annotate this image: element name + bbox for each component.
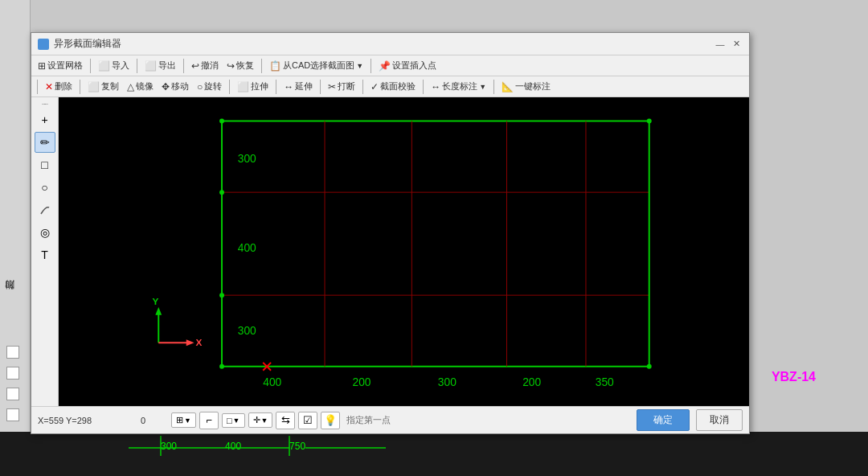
light-icon: 💡 (324, 414, 337, 426)
close-button[interactable]: ✕ (730, 38, 743, 51)
side-checkbox-3[interactable] (6, 388, 19, 400)
rect-tool-button[interactable]: □ (35, 154, 55, 175)
cancel-button[interactable]: 取消 (696, 409, 743, 431)
one-key-dim-button[interactable]: 📐 一键标注 (498, 79, 554, 94)
ybz-label: YBZ-14 (772, 370, 816, 384)
svg-text:300: 300 (238, 325, 256, 337)
snap-line-button[interactable]: ⌐ (199, 412, 219, 429)
cross-button[interactable]: ✛ ▼ (248, 412, 273, 428)
add-tool-button[interactable]: + (35, 109, 55, 130)
svg-point-21 (647, 364, 652, 369)
side-checkbox-2[interactable] (6, 367, 19, 380)
toolbar2-sep1 (80, 80, 80, 94)
canvas-area[interactable]: Y X 300 400 300 400 200 300 (59, 97, 749, 406)
circle-tool-button[interactable]: ○ (35, 177, 55, 198)
cad-icon: 📋 (269, 60, 281, 72)
dialog-title: 异形截面编辑器 (54, 37, 121, 51)
grid-snap-icon: ⊞ (176, 415, 183, 425)
stretch-icon: ⬜ (237, 81, 249, 92)
insert-icon: 📌 (379, 60, 391, 72)
checkbox-snap-button[interactable]: ☑ (298, 412, 317, 429)
delete-button[interactable]: ✕ 删除 (42, 79, 76, 94)
mirror-button[interactable]: △ 镜像 (124, 79, 157, 94)
check-icon: ✓ (371, 81, 379, 92)
extend-button[interactable]: ↔ 延伸 (280, 79, 316, 94)
grid-snap-button[interactable]: ⊞ ▼ (171, 412, 196, 428)
tool-panel: ······ + ✏ □ ○ ◎ T (31, 97, 59, 406)
status-tools: ⊞ ▼ ⌐ □ ▼ ✛ ▼ ⇆ ☑ 💡 (171, 412, 340, 429)
mirror-snap-icon: ⇆ (281, 414, 290, 426)
toolbar2-sep6 (423, 80, 424, 94)
move-button[interactable]: ✥ 移动 (158, 79, 192, 94)
title-bar: 异形截面编辑器 — ✕ (31, 33, 749, 55)
arc-tool-button[interactable] (35, 199, 55, 220)
toolbar1-sep1 (90, 59, 91, 73)
tool-dots: ······ (42, 101, 47, 108)
rotate-icon: ○ (197, 81, 203, 92)
extend-icon: ↔ (284, 81, 293, 92)
toolbar2-sep3 (276, 80, 276, 94)
mirror-icon: △ (127, 81, 134, 92)
length-icon: ↔ (431, 81, 440, 92)
grid-icon: ⊞ (38, 60, 46, 72)
svg-point-17 (647, 119, 652, 124)
text-tool-button[interactable]: T (35, 244, 55, 265)
svg-point-20 (219, 364, 224, 369)
status-bar: X=559 Y=298 0 ⊞ ▼ ⌐ □ ▼ ✛ ▼ ⇆ ☑ (31, 406, 749, 433)
toolbar2-sep7 (493, 80, 494, 94)
svg-text:300: 300 (438, 376, 457, 388)
trim-button[interactable]: ✂ 打断 (325, 79, 358, 94)
import-icon: ⬜ (98, 60, 110, 72)
svg-point-16 (219, 119, 224, 124)
onekey-icon: 📐 (502, 81, 514, 92)
undo-icon: ↩ (191, 60, 199, 72)
toolbar2-sep5 (362, 80, 363, 94)
copy-button[interactable]: ⬜ 复制 (84, 79, 122, 94)
rotate-button[interactable]: ○ 旋转 (194, 79, 225, 94)
svg-text:350: 350 (596, 376, 614, 388)
redo-button[interactable]: ↪ 恢复 (223, 58, 257, 73)
rect-snap-icon: □ (227, 416, 232, 425)
section-check-button[interactable]: ✓ 截面校验 (367, 79, 419, 94)
coordinates-display: X=559 Y=298 (38, 416, 134, 425)
import-button[interactable]: ⬜ 导入 (95, 58, 133, 73)
line-icon: ⌐ (206, 414, 212, 426)
toolbar2-sep4 (320, 80, 321, 94)
rect-snap-button[interactable]: □ ▼ (222, 413, 245, 428)
light-button[interactable]: 💡 (321, 412, 340, 429)
angle-display: 0 (141, 416, 165, 425)
delete-icon: ✕ (45, 81, 53, 92)
export-icon: ⬜ (145, 60, 157, 72)
confirm-button[interactable]: 确定 (637, 409, 690, 431)
toolbar1: ⊞ 设置网格 ⬜ 导入 ⬜ 导出 ↩ 撤消 ↪ 恢复 📋 从CAD选择截面图 ▼ (31, 55, 749, 76)
export-button[interactable]: ⬜ 导出 (141, 58, 179, 73)
toolbar1-sep5 (371, 59, 371, 73)
svg-text:200: 200 (353, 376, 371, 388)
svg-text:X: X (196, 337, 203, 348)
trim-icon: ✂ (328, 81, 336, 92)
undo-button[interactable]: ↩ 撤消 (188, 58, 222, 73)
length-dim-button[interactable]: ↔ 长度标注 ▼ (428, 79, 489, 94)
copy-icon: ⬜ (88, 81, 100, 92)
stretch-button[interactable]: ⬜ 拉伸 (234, 79, 272, 94)
svg-text:400: 400 (238, 242, 256, 254)
svg-text:400: 400 (263, 376, 281, 388)
checkbox-snap-icon: ☑ (303, 414, 313, 426)
select-from-cad-button[interactable]: 📋 从CAD选择截面图 ▼ (266, 58, 366, 73)
svg-text:200: 200 (522, 376, 541, 388)
svg-rect-5 (63, 97, 744, 406)
redo-icon: ↪ (227, 60, 235, 72)
toolbar2-sep2 (229, 80, 230, 94)
side-checkbox-4[interactable] (6, 408, 19, 421)
toolbar1-sep3 (183, 59, 184, 73)
measure-tool-button[interactable]: ◎ (35, 222, 55, 243)
mirror-snap-button[interactable]: ⇆ (276, 412, 295, 429)
status-hint: 指定第一点 (346, 414, 630, 426)
toolbar2: ✕ 删除 ⬜ 复制 △ 镜像 ✥ 移动 ○ 旋转 ⬜ 拉伸 ↔ 延伸 (31, 76, 749, 97)
minimize-button[interactable]: — (714, 38, 727, 51)
side-checkbox-1[interactable] (6, 346, 19, 359)
bottom-area: 300 400 750 (0, 432, 868, 476)
settings-grid-button[interactable]: ⊞ 设置网格 (35, 58, 86, 73)
set-insert-point-button[interactable]: 📌 设置插入点 (375, 58, 440, 73)
pencil-tool-button[interactable]: ✏ (35, 132, 55, 153)
